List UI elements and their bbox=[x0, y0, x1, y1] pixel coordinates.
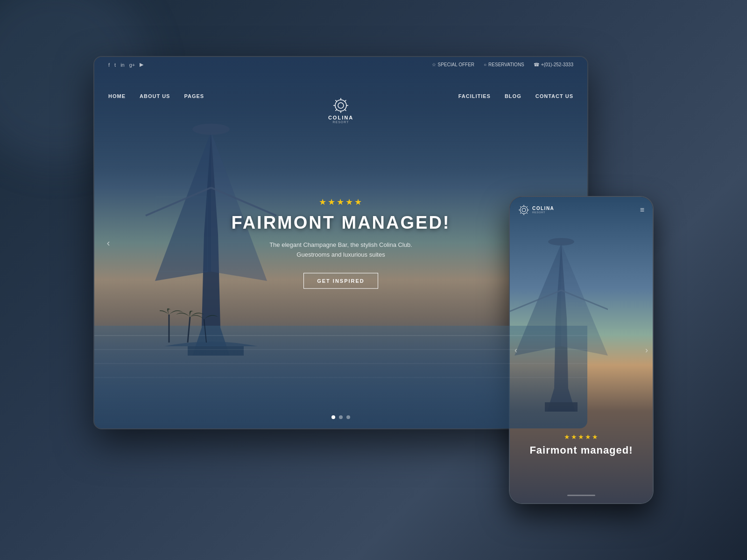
nav-facilities[interactable]: FACILITIES bbox=[458, 93, 491, 99]
phone-logo-name: COLINA bbox=[532, 206, 554, 211]
nav-left-group: HOME ABOUT US PAGES bbox=[108, 93, 204, 99]
svg-line-8 bbox=[204, 319, 206, 343]
nav-about-us[interactable]: ABOUT US bbox=[140, 93, 170, 99]
desktop-logo: COLINA RESORT bbox=[328, 97, 353, 124]
mobile-phone: COLINA RESORT ≡ ‹ › ★★★★★ Fairmont manag… bbox=[509, 196, 654, 504]
carousel-dot-1[interactable] bbox=[331, 415, 335, 419]
twitter-icon[interactable]: t bbox=[114, 62, 116, 68]
phone-title: Fairmont managed! bbox=[519, 444, 643, 456]
special-offer-link[interactable]: ☆ SPECIAL OFFER bbox=[432, 62, 475, 67]
linkedin-icon[interactable]: in bbox=[120, 62, 125, 68]
svg-line-18 bbox=[335, 110, 337, 111]
reservations-link[interactable]: ○ RESERVATIONS bbox=[484, 62, 524, 67]
desktop-nav: HOME ABOUT US PAGES bbox=[94, 93, 587, 99]
hamburger-icon[interactable]: ≡ bbox=[640, 206, 644, 214]
phone-prev-arrow[interactable]: ‹ bbox=[514, 345, 517, 355]
hero-title: FAIRMONT MANAGED! bbox=[224, 213, 458, 233]
phone-next-arrow[interactable]: › bbox=[645, 345, 648, 355]
hero-stars: ★★★★★ bbox=[224, 197, 458, 207]
svg-line-30 bbox=[520, 206, 521, 208]
carousel-dot-2[interactable] bbox=[339, 415, 343, 419]
svg-line-7 bbox=[188, 317, 190, 343]
nav-home[interactable]: HOME bbox=[108, 93, 126, 99]
svg-point-22 bbox=[548, 238, 574, 245]
svg-line-17 bbox=[345, 100, 346, 102]
svg-line-32 bbox=[527, 206, 528, 208]
nav-contact[interactable]: CONTACT US bbox=[536, 93, 573, 99]
nav-blog[interactable]: BLOG bbox=[505, 93, 521, 99]
logo-icon bbox=[332, 97, 349, 114]
svg-line-16 bbox=[345, 110, 346, 111]
phone-stars: ★★★★★ bbox=[519, 433, 643, 441]
svg-point-10 bbox=[338, 103, 344, 108]
facebook-icon[interactable]: f bbox=[108, 62, 110, 68]
social-icons-group: f t in g+ ▶ bbox=[108, 62, 143, 68]
svg-point-25 bbox=[522, 208, 526, 212]
phone-link[interactable]: ☎ +(01)-252-3333 bbox=[534, 62, 573, 67]
logo-sub: RESORT bbox=[328, 120, 353, 124]
carousel-prev-arrow[interactable]: ‹ bbox=[101, 236, 115, 250]
google-plus-icon[interactable]: g+ bbox=[129, 62, 135, 68]
phone-header: COLINA RESORT ≡ bbox=[510, 197, 653, 223]
carousel-dot-3[interactable] bbox=[346, 415, 350, 419]
scene: f t in g+ ▶ ☆ SPECIAL OFFER ○ RESERVATIO… bbox=[93, 56, 654, 504]
phone-carousel-arrows: ‹ › bbox=[510, 345, 653, 355]
header-right-info: ☆ SPECIAL OFFER ○ RESERVATIONS ☎ +(01)-2… bbox=[432, 62, 574, 67]
phone-home-indicator bbox=[567, 495, 595, 496]
nav-right-group: FACILITIES BLOG CONTACT US bbox=[458, 93, 573, 99]
hero-subtitle: The elegant Champagne Bar, the stylish C… bbox=[224, 240, 458, 260]
hero-content: ★★★★★ FAIRMONT MANAGED! The elegant Cham… bbox=[224, 197, 458, 289]
svg-line-31 bbox=[527, 212, 528, 214]
logo-name: COLINA bbox=[328, 115, 353, 120]
svg-rect-23 bbox=[545, 402, 578, 412]
svg-line-15 bbox=[335, 100, 337, 102]
phone-logo-text-group: COLINA RESORT bbox=[532, 206, 554, 214]
carousel-dots bbox=[331, 415, 350, 419]
youtube-icon[interactable]: ▶ bbox=[140, 62, 143, 68]
palm-trees bbox=[160, 305, 253, 344]
header-top-bar: f t in g+ ▶ ☆ SPECIAL OFFER ○ RESERVATIO… bbox=[94, 62, 587, 68]
phone-logo: COLINA RESORT bbox=[518, 204, 554, 216]
phone-hero-content: ★★★★★ Fairmont managed! bbox=[510, 433, 653, 456]
phone-building-silhouette bbox=[509, 225, 608, 412]
phone-logo-icon bbox=[518, 204, 529, 216]
nav-pages[interactable]: PAGES bbox=[184, 93, 204, 99]
svg-point-3 bbox=[192, 124, 230, 135]
svg-point-9 bbox=[335, 100, 346, 111]
desktop-header: f t in g+ ▶ ☆ SPECIAL OFFER ○ RESERVATIO… bbox=[94, 57, 587, 104]
svg-line-33 bbox=[520, 212, 521, 214]
phone-logo-sub: RESORT bbox=[532, 211, 554, 214]
get-inspired-button[interactable]: GET INSPIRED bbox=[303, 273, 378, 288]
